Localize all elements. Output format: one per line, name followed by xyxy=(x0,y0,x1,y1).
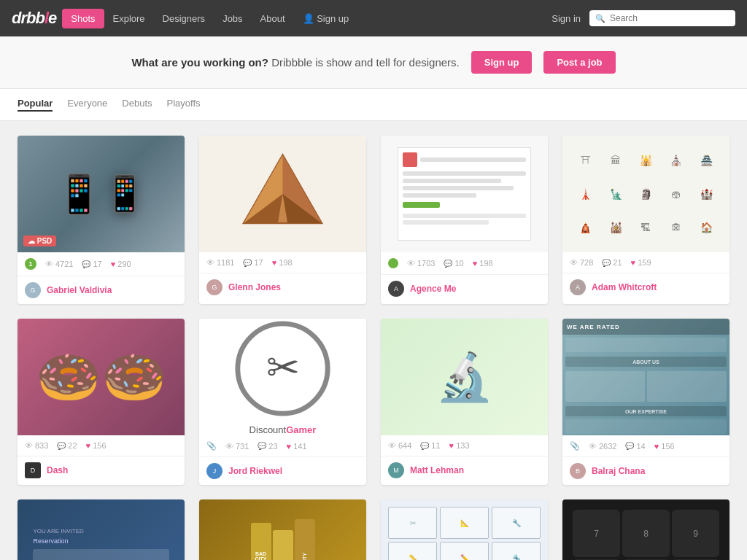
eye-icon: 👁 xyxy=(589,442,597,451)
shot-thumbnail-8[interactable]: WE ARE RATED ABOUT US OUR EXPERTISE xyxy=(562,319,729,435)
shot-author-5: DDash xyxy=(18,456,185,484)
filter-popular[interactable]: Popular xyxy=(18,98,53,112)
nav-shots[interactable]: Shots xyxy=(62,9,104,28)
shots-grid-container: 📱☁ PSD1👁 4721💬 17♥ 290GGabriel Valdivia👁… xyxy=(0,121,747,560)
eye-icon: 👁 xyxy=(407,259,415,268)
comment-icon: 💬 xyxy=(420,442,429,450)
avatar-2: G xyxy=(206,279,222,295)
eye-icon: 👁 xyxy=(25,441,33,450)
view-count-1: 👁 4721 xyxy=(45,260,73,268)
like-count-7: ♥ 133 xyxy=(449,441,470,450)
heart-icon: ♥ xyxy=(631,258,636,267)
shot-card-1[interactable]: 📱☁ PSD1👁 4721💬 17♥ 290GGabriel Valdivia xyxy=(18,136,185,304)
nav-explore[interactable]: Explore xyxy=(104,9,154,28)
avatar-7: M xyxy=(388,462,404,478)
nav-signin[interactable]: Sign in xyxy=(543,9,589,28)
heart-icon: ♥ xyxy=(654,442,659,451)
banner: What are you working on? Dribbble is sho… xyxy=(0,36,747,89)
view-count-5: 👁 833 xyxy=(25,441,48,450)
shot-thumbnail-2[interactable] xyxy=(199,136,366,252)
shot-thumbnail-4[interactable]: ⛩🏛🕌⛪🏯🗼🗽🗿🏟🏰🛕🕍🏗🏚🏠 xyxy=(562,136,729,252)
author-name-6[interactable]: Jord Riekwel xyxy=(228,466,282,476)
author-name-8[interactable]: Balraj Chana xyxy=(592,466,645,476)
view-count-4: 👁 728 xyxy=(570,258,593,267)
shot-card-2[interactable]: 👁 1181💬 17♥ 198GGlenn Jones xyxy=(199,136,366,304)
post-job-button[interactable]: Post a job xyxy=(543,51,615,74)
shot-author-7: MMatt Lehman xyxy=(381,456,548,484)
author-name-4[interactable]: Adam Whitcroft xyxy=(592,282,657,292)
comment-icon: 💬 xyxy=(444,260,452,268)
shot-stats-3: 👁 1703💬 10♥ 198 xyxy=(381,252,548,275)
comment-count-5: 💬 22 xyxy=(57,441,77,450)
logo[interactable]: drbble xyxy=(12,9,56,28)
avatar-1: G xyxy=(25,282,41,298)
attach-icon: 📎 xyxy=(206,441,217,451)
search-bar: 🔍 xyxy=(589,10,735,26)
shot-author-2: GGlenn Jones xyxy=(199,273,366,301)
heart-icon: ♥ xyxy=(272,258,277,267)
nav-jobs[interactable]: Jobs xyxy=(214,9,251,28)
nav-designers[interactable]: Designers xyxy=(154,9,214,28)
comment-icon: 💬 xyxy=(82,260,90,268)
indicator-badge: 1 xyxy=(25,258,36,270)
comment-count-1: 💬 17 xyxy=(82,260,101,268)
shot-stats-7: 👁 644💬 11♥ 133 xyxy=(381,435,548,456)
shot-stats-2: 👁 1181💬 17♥ 198 xyxy=(199,252,366,273)
shot-card-7[interactable]: 🔬👁 644💬 11♥ 133MMatt Lehman xyxy=(381,319,548,485)
comment-count-2: 💬 17 xyxy=(243,258,263,267)
shot-card-9[interactable]: YOU ARE INVITED Reservation 👁 ---💬 --♥ -… xyxy=(18,499,185,560)
shot-card-4[interactable]: ⛩🏛🕌⛪🏯🗼🗽🗿🏟🏰🛕🕍🏗🏚🏠👁 728💬 21♥ 159AAdam Whitc… xyxy=(562,136,729,304)
shot-thumbnail-1[interactable]: 📱☁ PSD xyxy=(18,136,185,252)
view-count-3: 👁 1703 xyxy=(407,259,435,268)
shot-author-4: AAdam Whitcroft xyxy=(562,273,729,301)
filter-everyone[interactable]: Everyone xyxy=(67,98,107,112)
shot-card-5[interactable]: 🍩👁 833💬 22♥ 156DDash xyxy=(18,319,185,485)
nav-about[interactable]: About xyxy=(252,9,294,28)
shot-author-3: AAgence Me xyxy=(381,275,548,303)
author-name-7[interactable]: Matt Lehman xyxy=(410,465,464,475)
shot-card-8[interactable]: WE ARE RATED ABOUT US OUR EXPERTISE 📎👁 2… xyxy=(562,319,729,485)
signup-button[interactable]: Sign up xyxy=(471,51,533,74)
author-name-1[interactable]: Gabriel Valdivia xyxy=(47,285,112,295)
shot-thumbnail-5[interactable]: 🍩 xyxy=(18,319,185,435)
eye-icon: 👁 xyxy=(225,442,233,451)
comment-icon: 💬 xyxy=(602,259,611,267)
view-count-2: 👁 1181 xyxy=(206,258,234,267)
comment-count-6: 💬 23 xyxy=(258,442,277,451)
shot-thumbnail-11[interactable]: ✂📐🔧📏✏️🔩📌🗜⚙ xyxy=(381,499,548,560)
shot-thumbnail-12[interactable]: 7894561230ok xyxy=(562,499,729,560)
shot-thumbnail-3[interactable] xyxy=(381,136,548,252)
shot-stats-4: 👁 728💬 21♥ 159 xyxy=(562,252,729,273)
avatar-5: D xyxy=(25,462,41,478)
shot-stats-5: 👁 833💬 22♥ 156 xyxy=(18,435,185,456)
like-count-8: ♥ 156 xyxy=(654,442,675,451)
view-count-7: 👁 644 xyxy=(388,441,411,450)
author-name-2[interactable]: Glenn Jones xyxy=(228,282,281,292)
view-count-8: 👁 2632 xyxy=(589,442,616,451)
comment-icon: 💬 xyxy=(57,442,66,450)
nav-signup[interactable]: 👤 Sign up xyxy=(294,9,358,28)
shot-card-3[interactable]: 👁 1703💬 10♥ 198AAgence Me xyxy=(381,136,548,304)
heart-icon: ♥ xyxy=(86,441,91,450)
shot-card-11[interactable]: ✂📐🔧📏✏️🔩📌🗜⚙ 👁 ---💬 --♥ --AAuthor 11 xyxy=(381,499,548,560)
shot-card-6[interactable]: ✂ DiscountGamer 📎👁 731💬 23♥ 141JJord Rie… xyxy=(199,319,366,485)
shot-thumbnail-9[interactable]: YOU ARE INVITED Reservation xyxy=(18,499,185,560)
author-name-5[interactable]: Dash xyxy=(47,465,68,475)
filter-debuts[interactable]: Debuts xyxy=(122,98,152,112)
shot-thumbnail-6[interactable]: ✂ DiscountGamer xyxy=(199,319,366,435)
like-count-4: ♥ 159 xyxy=(631,258,651,267)
shot-stats-1: 1👁 4721💬 17♥ 290 xyxy=(18,252,185,276)
like-count-5: ♥ 156 xyxy=(86,441,107,450)
comment-count-7: 💬 11 xyxy=(420,441,440,450)
author-name-3[interactable]: Agence Me xyxy=(410,284,456,294)
shot-badge-1: ☁ PSD xyxy=(23,236,56,246)
shot-card-10[interactable]: BAD CITY BREW 🐻 BAD CITY 👁 ---💬 --♥ --AA… xyxy=(199,499,366,560)
filter-playoffs[interactable]: Playoffs xyxy=(167,98,201,112)
banner-text: What are you working on? Dribbble is sho… xyxy=(131,56,459,69)
search-input[interactable] xyxy=(610,13,729,23)
shot-author-6: JJord Riekwel xyxy=(199,457,366,485)
shot-thumbnail-10[interactable]: BAD CITY BREW 🐻 BAD CITY xyxy=(199,499,366,560)
heart-icon: ♥ xyxy=(473,259,478,268)
shot-card-12[interactable]: 7894561230ok 👁 ---💬 --♥ --AAuthor 12 xyxy=(562,499,729,560)
shot-thumbnail-7[interactable]: 🔬 xyxy=(381,319,548,435)
